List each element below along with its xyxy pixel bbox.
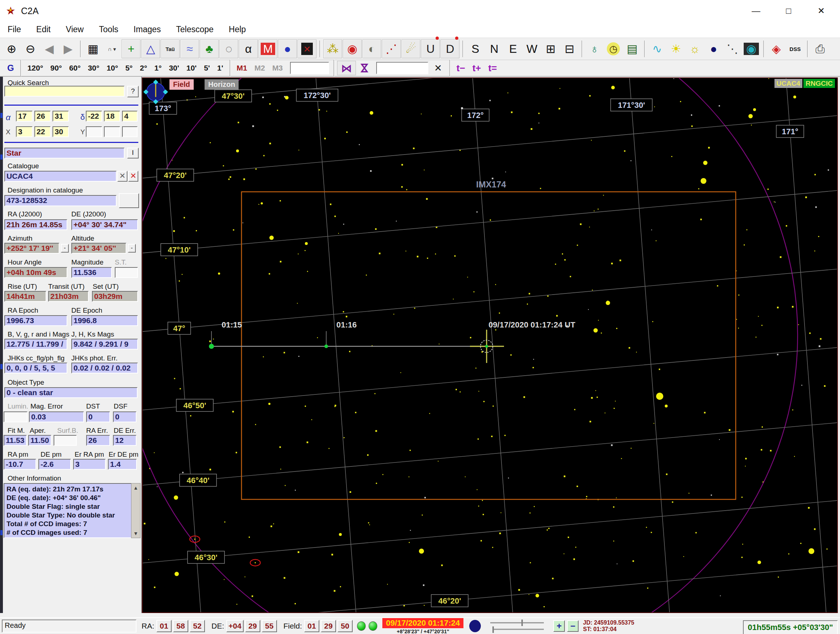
deselect-catalogue-button[interactable]: ✕: [117, 171, 128, 182]
ra-m-field[interactable]: 26: [35, 111, 51, 121]
zoom-level-120deg[interactable]: 120°: [24, 61, 47, 75]
maximize-button[interactable]: □: [777, 3, 800, 19]
zoom-level-30min[interactable]: 30': [165, 61, 183, 75]
constellation-names-icon[interactable]: Taü: [161, 39, 180, 58]
north-icon[interactable]: N: [485, 40, 503, 58]
guide-button[interactable]: G: [4, 61, 18, 75]
observatory-dome-icon[interactable]: ∩ ▾: [103, 40, 121, 58]
back-icon[interactable]: ◀: [40, 40, 58, 58]
zoom-level-5min[interactable]: 5': [200, 61, 214, 75]
sunrise-icon[interactable]: ☼: [686, 40, 704, 58]
constellation-lines-icon[interactable]: △: [141, 39, 160, 58]
status-de-0[interactable]: +04: [226, 620, 244, 632]
y2-field[interactable]: [104, 126, 120, 137]
east-icon[interactable]: E: [504, 40, 522, 58]
time-button-0[interactable]: t−: [453, 61, 469, 75]
sky-map[interactable]: IMX17447°30'47°20'47°10'47°46°50'46°40'4…: [142, 77, 838, 613]
y1-field[interactable]: [86, 126, 102, 137]
satellite-icon[interactable]: ⋱: [723, 40, 742, 58]
flip-horizontal-icon[interactable]: ⋈: [337, 61, 356, 75]
field-width-input[interactable]: [290, 62, 329, 74]
slew-button[interactable]: [119, 193, 139, 208]
camera-icon[interactable]: ◉: [742, 40, 760, 58]
messier-icon[interactable]: M: [259, 39, 277, 58]
zoom-in-icon[interactable]: ⊕: [3, 40, 21, 58]
zoom-plus-button[interactable]: +: [553, 620, 565, 632]
nebula-icon[interactable]: ◉: [343, 39, 362, 58]
menu-file[interactable]: File: [0, 22, 28, 36]
status-ra-0[interactable]: 01: [156, 620, 172, 632]
mark-m2[interactable]: M2: [251, 61, 268, 75]
status-field-0[interactable]: 01: [304, 620, 319, 632]
mark-m3[interactable]: M3: [268, 61, 286, 75]
comet-icon[interactable]: ☄: [401, 39, 420, 58]
quick-search-help-button[interactable]: ?: [127, 86, 139, 97]
frame-cross-icon[interactable]: ×: [298, 39, 316, 58]
dashed-ellipse-icon[interactable]: ◌: [219, 39, 238, 58]
milky-way-icon[interactable]: ≈: [180, 39, 199, 58]
status-field-2[interactable]: 50: [338, 620, 353, 632]
south-icon[interactable]: S: [466, 40, 485, 58]
zoom-level-2deg[interactable]: 2°: [136, 61, 151, 75]
dss-icon[interactable]: DSS: [786, 40, 804, 58]
y3-field[interactable]: [122, 126, 137, 137]
flip-vertical-icon[interactable]: ⋈: [358, 59, 372, 77]
zoom-out-icon[interactable]: ⊖: [21, 40, 39, 58]
time-button-1[interactable]: t+: [469, 61, 485, 75]
catalogue-combo[interactable]: UCAC4: [4, 171, 117, 182]
quick-search-input[interactable]: [4, 86, 125, 97]
map-tab-field[interactable]: Field: [169, 79, 194, 90]
ccd-frame-icon[interactable]: ◈: [767, 40, 785, 58]
print-setup-icon[interactable]: ⎙: [811, 40, 829, 58]
clock-icon[interactable]: ◷: [604, 40, 622, 58]
uranus-icon[interactable]: U: [421, 39, 440, 58]
x3-field[interactable]: 30: [52, 126, 69, 137]
clear-rotation-button[interactable]: ✕: [431, 61, 446, 75]
zoom-level-60deg[interactable]: 60°: [66, 61, 84, 75]
ra-s-field[interactable]: 31: [52, 111, 69, 121]
deep-sky-icon[interactable]: ●: [278, 39, 297, 58]
ra-h-field[interactable]: 17: [16, 111, 33, 121]
zoom-minus-button[interactable]: −: [567, 620, 579, 632]
zoom-level-5deg[interactable]: 5°: [122, 61, 136, 75]
status-de-1[interactable]: 29: [245, 620, 261, 632]
zoom-level-10min[interactable]: 10': [183, 61, 200, 75]
status-ra-1[interactable]: 58: [173, 620, 188, 632]
catalog-chip-ucac4[interactable]: UCAC4: [774, 79, 802, 88]
rotation-input[interactable]: [376, 62, 428, 74]
menu-edit[interactable]: Edit: [28, 22, 58, 36]
de-s-field[interactable]: 4: [122, 111, 137, 121]
designation-field[interactable]: 473-128532: [4, 195, 117, 206]
zoom-level-1min[interactable]: 1': [214, 61, 227, 75]
status-ra-2[interactable]: 52: [190, 620, 205, 632]
asteroids-icon[interactable]: ⋰: [382, 39, 401, 58]
menu-images[interactable]: Images: [126, 22, 168, 36]
other-information-scrollbar[interactable]: ▲▼: [131, 483, 141, 538]
x1-field[interactable]: 3: [16, 126, 33, 137]
zoom-level-30deg[interactable]: 30°: [84, 61, 103, 75]
ephemeris-panel-icon[interactable]: ▤: [623, 40, 641, 58]
x2-field[interactable]: 22: [35, 126, 51, 137]
object-info-button[interactable]: I: [127, 148, 139, 159]
de-m-field[interactable]: 18: [104, 111, 120, 121]
mark-m1[interactable]: M1: [233, 61, 251, 75]
pan-view-icon[interactable]: ⊞: [542, 40, 560, 58]
sun-icon[interactable]: ☀: [667, 40, 685, 58]
menu-help[interactable]: Help: [221, 22, 253, 36]
status-field-1[interactable]: 29: [321, 620, 336, 632]
minimize-button[interactable]: —: [744, 3, 767, 19]
zoom-level-1deg[interactable]: 1°: [151, 61, 165, 75]
close-button[interactable]: ✕: [810, 3, 833, 19]
de-d-field[interactable]: -22: [86, 111, 102, 121]
horizon-scenery-icon[interactable]: ♣: [200, 39, 219, 58]
altitude-step-button[interactable]: -: [128, 244, 136, 252]
horizon-fill-icon[interactable]: ⊟: [561, 40, 579, 58]
zoom-level-10deg[interactable]: 10°: [103, 61, 122, 75]
object-type-combo[interactable]: Star: [4, 148, 125, 159]
menu-telescope[interactable]: Telescope: [168, 22, 221, 36]
night-indicator[interactable]: [469, 620, 481, 632]
greek-labels-icon[interactable]: α: [239, 39, 258, 58]
catalog-chip-rngcic[interactable]: RNGCIC: [804, 79, 835, 88]
star-cluster-icon[interactable]: ⁂: [323, 39, 342, 58]
menu-view[interactable]: View: [58, 22, 91, 36]
